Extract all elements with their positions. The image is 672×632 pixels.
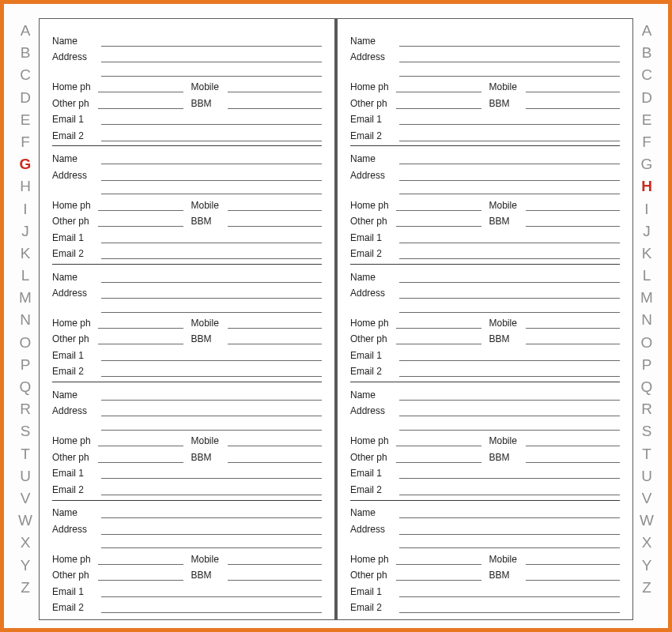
- input-line[interactable]: [399, 115, 620, 125]
- input-line[interactable]: [101, 53, 322, 62]
- input-line[interactable]: [399, 37, 620, 47]
- input-line[interactable]: [396, 571, 481, 581]
- index-letter-h[interactable]: H: [641, 175, 652, 198]
- input-line[interactable]: [101, 234, 322, 243]
- index-letter-c[interactable]: C: [641, 64, 652, 86]
- input-line[interactable]: [399, 132, 620, 141]
- input-line[interactable]: [101, 289, 322, 299]
- input-line[interactable]: [98, 555, 183, 565]
- input-line[interactable]: [228, 100, 323, 109]
- input-line[interactable]: [526, 100, 621, 109]
- input-line[interactable]: [228, 201, 323, 211]
- input-line[interactable]: [526, 555, 621, 565]
- index-letter-l[interactable]: L: [21, 265, 30, 287]
- index-letter-t[interactable]: T: [21, 443, 30, 465]
- input-line[interactable]: [399, 303, 620, 313]
- input-line[interactable]: [98, 217, 183, 227]
- input-line[interactable]: [399, 273, 620, 283]
- input-line[interactable]: [228, 217, 323, 227]
- input-line[interactable]: [526, 217, 621, 227]
- index-letter-y[interactable]: Y: [642, 555, 652, 577]
- input-line[interactable]: [399, 539, 620, 548]
- input-line[interactable]: [526, 437, 621, 446]
- input-line[interactable]: [101, 171, 322, 181]
- index-letter-e[interactable]: E: [642, 109, 652, 131]
- input-line[interactable]: [526, 201, 621, 211]
- input-line[interactable]: [98, 437, 183, 446]
- input-line[interactable]: [101, 407, 322, 416]
- input-line[interactable]: [101, 421, 322, 431]
- input-line[interactable]: [101, 273, 322, 283]
- input-line[interactable]: [101, 486, 322, 495]
- input-line[interactable]: [396, 217, 481, 227]
- index-letter-a[interactable]: A: [21, 20, 31, 42]
- input-line[interactable]: [101, 185, 322, 194]
- input-line[interactable]: [101, 391, 322, 401]
- index-letter-m[interactable]: M: [640, 287, 653, 309]
- index-letter-s[interactable]: S: [21, 420, 31, 442]
- index-letter-d[interactable]: D: [641, 87, 652, 109]
- index-letter-n[interactable]: N: [20, 309, 31, 331]
- index-letter-g[interactable]: G: [641, 153, 653, 175]
- index-letter-z[interactable]: Z: [21, 577, 30, 599]
- input-line[interactable]: [98, 571, 183, 581]
- input-line[interactable]: [101, 588, 322, 597]
- index-letter-m[interactable]: M: [19, 287, 32, 309]
- input-line[interactable]: [396, 100, 481, 109]
- index-letter-w[interactable]: W: [640, 510, 654, 532]
- input-line[interactable]: [101, 303, 322, 313]
- input-line[interactable]: [399, 421, 620, 431]
- index-letter-q[interactable]: Q: [20, 376, 32, 398]
- index-letter-q[interactable]: Q: [641, 376, 653, 398]
- input-line[interactable]: [399, 469, 620, 479]
- index-letter-v[interactable]: V: [642, 487, 652, 510]
- input-line[interactable]: [396, 555, 481, 565]
- input-line[interactable]: [98, 100, 183, 109]
- index-letter-g[interactable]: G: [20, 153, 32, 175]
- input-line[interactable]: [399, 525, 620, 535]
- input-line[interactable]: [101, 352, 322, 361]
- input-line[interactable]: [399, 352, 620, 361]
- input-line[interactable]: [399, 67, 620, 77]
- index-letter-z[interactable]: Z: [642, 577, 651, 599]
- index-letter-u[interactable]: U: [20, 465, 31, 487]
- input-line[interactable]: [101, 539, 322, 548]
- index-letter-v[interactable]: V: [21, 487, 31, 510]
- index-letter-j[interactable]: J: [21, 220, 29, 243]
- index-letter-i[interactable]: I: [644, 198, 648, 220]
- index-letter-o[interactable]: O: [641, 332, 653, 354]
- input-line[interactable]: [101, 115, 322, 125]
- input-line[interactable]: [228, 437, 323, 446]
- input-line[interactable]: [399, 234, 620, 243]
- index-letter-l[interactable]: L: [643, 265, 651, 287]
- input-line[interactable]: [396, 453, 481, 463]
- index-letter-b[interactable]: B: [642, 42, 652, 64]
- input-line[interactable]: [228, 83, 323, 92]
- index-letter-d[interactable]: D: [20, 87, 31, 109]
- index-letter-r[interactable]: R: [641, 398, 652, 420]
- input-line[interactable]: [526, 319, 621, 329]
- input-line[interactable]: [98, 83, 183, 92]
- input-line[interactable]: [526, 83, 621, 92]
- index-letter-k[interactable]: K: [642, 243, 652, 265]
- index-letter-p[interactable]: P: [642, 354, 652, 376]
- index-letter-a[interactable]: A: [642, 20, 652, 42]
- index-letter-k[interactable]: K: [21, 243, 31, 265]
- index-letter-o[interactable]: O: [20, 332, 32, 354]
- input-line[interactable]: [399, 486, 620, 495]
- index-letter-r[interactable]: R: [20, 398, 31, 420]
- index-letter-i[interactable]: I: [23, 198, 27, 220]
- input-line[interactable]: [101, 132, 322, 141]
- input-line[interactable]: [101, 525, 322, 535]
- input-line[interactable]: [101, 37, 322, 47]
- input-line[interactable]: [399, 289, 620, 299]
- input-line[interactable]: [526, 453, 621, 463]
- input-line[interactable]: [101, 604, 322, 613]
- input-line[interactable]: [399, 171, 620, 181]
- input-line[interactable]: [101, 509, 322, 518]
- input-line[interactable]: [399, 588, 620, 597]
- input-line[interactable]: [98, 335, 183, 344]
- input-line[interactable]: [399, 53, 620, 62]
- input-line[interactable]: [399, 185, 620, 194]
- input-line[interactable]: [396, 437, 481, 446]
